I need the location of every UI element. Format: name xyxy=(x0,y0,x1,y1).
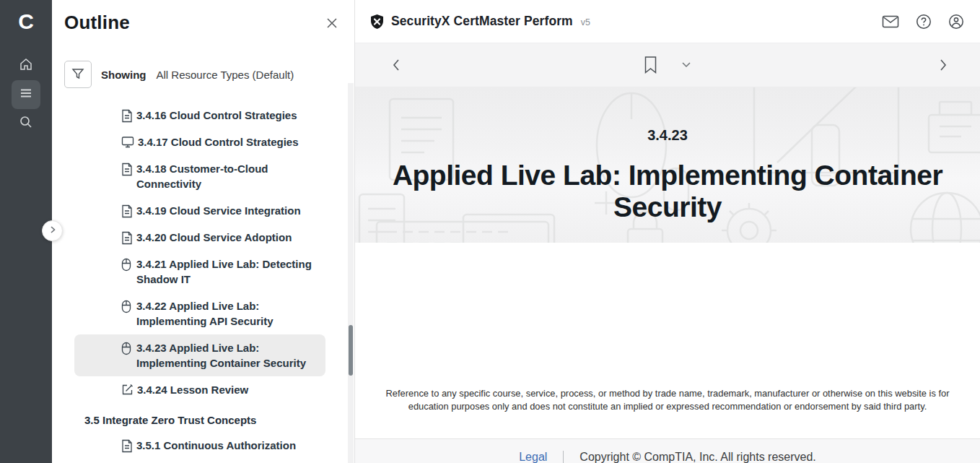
outline-item[interactable]: 3.4.24 Lesson Review xyxy=(74,376,325,403)
lesson-toolbar xyxy=(355,43,980,87)
sidebar-item-home[interactable] xyxy=(12,51,40,80)
document-icon xyxy=(121,163,133,176)
outline-section-header: 3.5 Integrate Zero Trust Concepts xyxy=(84,410,343,430)
disclaimer-text: Reference to any specific course, servic… xyxy=(382,387,953,413)
outline-list: 3.4.16 Cloud Control Strategies3.4.17 Cl… xyxy=(52,102,343,459)
chevron-right-icon xyxy=(48,225,57,236)
outline-item[interactable]: 3.4.19 Cloud Service Integration xyxy=(74,197,325,224)
copyright-text: Copyright © CompTIA, Inc. All rights res… xyxy=(579,451,815,463)
outline-panel-title: Outline xyxy=(64,12,130,34)
main-header: SecurityX CertMaster Perform v5 xyxy=(355,0,980,43)
outline-panel: Outline Showing All Resource Types (Defa… xyxy=(52,0,355,463)
outline-item[interactable]: 3.4.21 Applied Live Lab: Detecting Shado… xyxy=(74,251,325,293)
lesson-title: Applied Live Lab: Implementing Container… xyxy=(355,160,980,223)
outline-scrollbar[interactable] xyxy=(348,83,354,463)
mouse-icon xyxy=(121,258,133,272)
app-version: v5 xyxy=(581,17,590,27)
sidebar-item-contents[interactable] xyxy=(12,80,40,109)
filter-value: All Resource Types (Default) xyxy=(157,69,294,81)
sidebar-item-search[interactable] xyxy=(12,109,40,138)
help-button[interactable] xyxy=(914,12,933,31)
outline-item-label: 3.4.18 Customer-to-Cloud Connectivity xyxy=(136,161,318,191)
legal-link[interactable]: Legal xyxy=(519,451,547,463)
header-actions xyxy=(880,12,966,31)
filter-funnel-icon xyxy=(71,66,85,83)
outline-item-label: 3.5.1 Continuous Authorization xyxy=(136,438,296,453)
outline-item[interactable]: 3.4.23 Applied Live Lab: Implementing Co… xyxy=(74,334,325,376)
lesson-hero-banner: 3.4.23 Applied Live Lab: Implementing Co… xyxy=(355,87,980,243)
rail-nav xyxy=(0,51,52,138)
menu-icon xyxy=(19,87,32,103)
chevron-down-icon xyxy=(682,60,691,71)
account-icon xyxy=(948,21,964,32)
app-window: C xyxy=(0,0,980,463)
brand: SecurityX CertMaster Perform v5 xyxy=(369,14,590,30)
footer: Legal Copyright © CompTIA, Inc. All righ… xyxy=(355,438,980,463)
home-icon xyxy=(19,57,33,74)
outline-item-label: 3.4.21 Applied Live Lab: Detecting Shado… xyxy=(136,256,318,287)
question-icon xyxy=(916,21,932,32)
bookmark-menu-button[interactable] xyxy=(678,58,696,73)
app-title: SecurityX CertMaster Perform xyxy=(391,14,573,29)
bookmark-button[interactable] xyxy=(640,52,662,79)
main-area: SecurityX CertMaster Perform v5 xyxy=(355,0,980,463)
comptia-logo: C xyxy=(0,6,52,38)
filter-showing-label: Showing xyxy=(101,69,146,81)
mouse-icon xyxy=(121,300,133,313)
filter-button[interactable] xyxy=(64,61,92,88)
outline-item-label: 3.4.16 Cloud Control Strategies xyxy=(136,108,297,123)
search-icon xyxy=(19,115,33,132)
messages-button[interactable] xyxy=(880,13,901,30)
edit-icon xyxy=(121,384,134,396)
mouse-icon xyxy=(121,342,133,355)
outline-item-label: 3.4.17 Cloud Control Strategies xyxy=(138,134,299,150)
outline-item[interactable]: 3.4.22 Applied Live Lab: Implementing AP… xyxy=(74,293,325,334)
close-outline-button[interactable] xyxy=(322,13,342,33)
outline-item-label: 3.4.20 Cloud Service Adoption xyxy=(136,230,292,245)
previous-page-button[interactable] xyxy=(387,54,406,76)
outline-item-label: 3.4.22 Applied Live Lab: Implementing AP… xyxy=(136,298,318,329)
panel-expand-button[interactable] xyxy=(42,220,63,241)
bookmark-icon xyxy=(644,66,657,77)
document-icon xyxy=(121,204,133,218)
outline-item-label: 3.4.19 Cloud Service Integration xyxy=(136,203,301,218)
outline-item[interactable]: 3.5.1 Continuous Authorization xyxy=(74,432,325,459)
outline-item-label: 3.4.23 Applied Live Lab: Implementing Co… xyxy=(136,340,318,371)
chevron-right-icon xyxy=(938,63,948,74)
outline-item[interactable]: 3.4.20 Cloud Service Adoption xyxy=(74,224,325,251)
outline-item[interactable]: 3.4.16 Cloud Control Strategies xyxy=(74,102,325,129)
shield-x-icon xyxy=(369,14,385,30)
document-icon xyxy=(121,439,133,453)
account-button[interactable] xyxy=(947,12,966,31)
close-icon xyxy=(325,22,339,33)
mail-icon xyxy=(882,20,899,31)
chevron-left-icon xyxy=(391,63,401,74)
bookmark-controls xyxy=(640,52,696,79)
monitor-icon xyxy=(121,136,134,148)
document-icon xyxy=(121,109,133,123)
outline-item[interactable]: 3.4.17 Cloud Control Strategies xyxy=(74,129,325,155)
outline-item-label: 3.4.24 Lesson Review xyxy=(137,382,248,397)
document-icon xyxy=(121,231,133,245)
next-page-button[interactable] xyxy=(934,54,953,76)
outline-scrollbar-thumb[interactable] xyxy=(349,325,353,376)
outline-item[interactable]: 3.4.18 Customer-to-Cloud Connectivity xyxy=(74,155,325,197)
lesson-number: 3.4.23 xyxy=(355,127,980,144)
footer-divider xyxy=(563,451,564,463)
